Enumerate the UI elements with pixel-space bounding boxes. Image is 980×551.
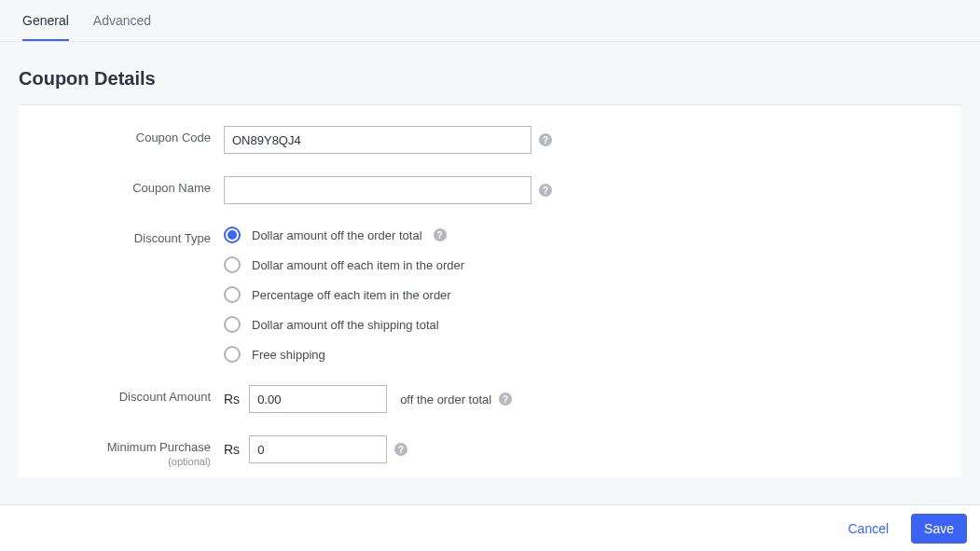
save-button[interactable]: Save — [911, 514, 967, 544]
discount-amount-label: Discount Amount — [37, 385, 224, 404]
coupon-name-label: Coupon Name — [37, 176, 224, 195]
radio-icon — [224, 286, 241, 303]
footer-bar: Cancel Save — [0, 504, 980, 551]
minimum-purchase-input[interactable] — [249, 435, 387, 463]
currency-prefix: Rs — [224, 442, 240, 457]
page-title: Coupon Details — [0, 42, 980, 104]
min-purchase-text: Minimum Purchase — [107, 440, 211, 454]
tab-advanced[interactable]: Advanced — [93, 0, 151, 41]
discount-type-label: Discount Type — [37, 227, 224, 245]
coupon-name-input[interactable] — [224, 176, 531, 204]
radio-dollar-off-order[interactable]: Dollar amount off the order total ? — [224, 227, 464, 243]
radio-label: Dollar amount off each item in the order — [252, 258, 464, 272]
currency-prefix: Rs — [224, 392, 240, 406]
help-icon[interactable]: ? — [539, 133, 552, 146]
tabs: General Advanced — [0, 0, 980, 42]
help-icon[interactable]: ? — [394, 443, 407, 456]
cancel-button[interactable]: Cancel — [840, 516, 896, 542]
radio-icon — [224, 256, 241, 273]
discount-amount-input[interactable] — [249, 385, 387, 413]
radio-percentage-off[interactable]: Percentage off each item in the order — [224, 286, 464, 303]
radio-label: Dollar amount off the order total — [252, 228, 422, 242]
radio-label: Percentage off each item in the order — [252, 288, 451, 302]
coupon-code-label: Coupon Code — [37, 126, 224, 145]
minimum-purchase-label: Minimum Purchase (optional) — [37, 435, 224, 467]
help-icon[interactable]: ? — [499, 393, 512, 406]
discount-suffix-text: off the order total — [400, 393, 491, 406]
help-icon[interactable]: ? — [434, 228, 447, 241]
coupon-code-input[interactable] — [224, 126, 531, 154]
tab-general[interactable]: General — [22, 0, 69, 41]
radio-icon — [224, 227, 241, 243]
discount-type-radio-group: Dollar amount off the order total ? Doll… — [224, 227, 464, 363]
optional-text: (optional) — [37, 456, 211, 467]
coupon-details-panel: Coupon Code ? Coupon Name ? Discount Typ… — [19, 104, 961, 477]
help-icon[interactable]: ? — [539, 184, 552, 197]
radio-icon — [224, 316, 241, 333]
radio-dollar-off-each-item[interactable]: Dollar amount off each item in the order — [224, 256, 464, 273]
radio-label: Free shipping — [252, 348, 325, 362]
radio-icon — [224, 346, 241, 363]
radio-label: Dollar amount off the shipping total — [252, 318, 439, 332]
radio-free-shipping[interactable]: Free shipping — [224, 346, 464, 363]
radio-dollar-off-shipping[interactable]: Dollar amount off the shipping total — [224, 316, 464, 333]
